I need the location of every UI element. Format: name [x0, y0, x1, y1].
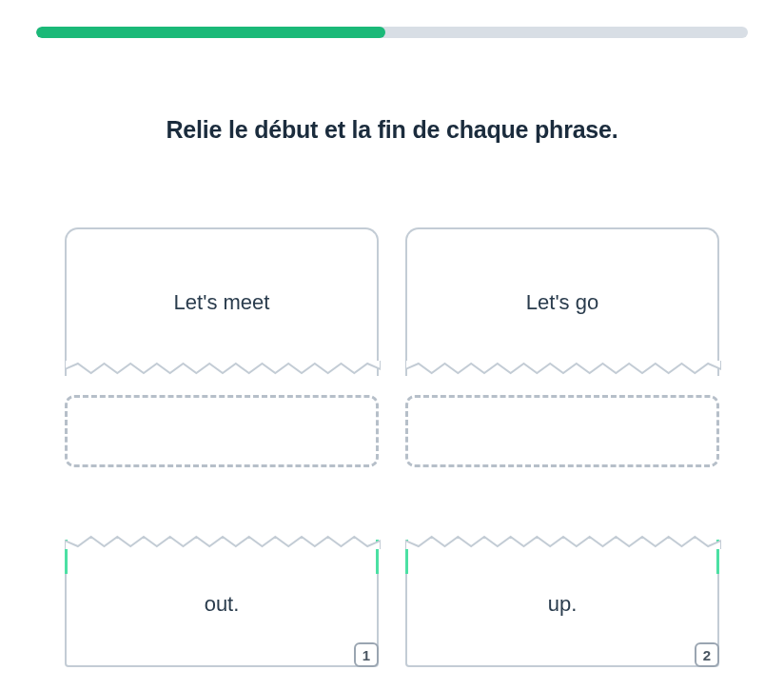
key-hint-label: 2 — [703, 647, 711, 663]
key-hint-label: 1 — [363, 647, 370, 663]
keyboard-hint: 2 — [695, 642, 719, 667]
prompt-column-2: Let's go — [405, 227, 719, 467]
prompt-card: Let's go — [405, 227, 719, 376]
progress-bar — [36, 27, 748, 38]
prompt-column-1: Let's meet — [65, 227, 379, 467]
torn-edge-icon — [405, 361, 721, 378]
prompt-text: Let's go — [526, 290, 598, 315]
progress-fill — [36, 27, 385, 38]
drop-zone[interactable] — [65, 395, 379, 467]
accent-bar — [376, 540, 379, 574]
choices-row: out. 1 up. 2 — [65, 543, 719, 667]
drop-zone[interactable] — [405, 395, 719, 467]
progress-container — [0, 0, 784, 38]
exercise-content: Relie le début et la fin de chaque phras… — [0, 116, 784, 667]
choice-card[interactable]: out. 1 — [65, 543, 379, 667]
choice-text: up. — [548, 592, 578, 617]
accent-bar — [405, 540, 408, 574]
instruction-text: Relie le début et la fin de chaque phras… — [65, 116, 719, 144]
prompts-row: Let's meet Let's go — [65, 227, 719, 467]
accent-bar — [65, 540, 68, 574]
torn-edge-icon — [65, 361, 381, 378]
keyboard-hint: 1 — [354, 642, 379, 667]
torn-edge-icon — [65, 532, 381, 549]
accent-bar — [716, 540, 719, 574]
torn-edge-icon — [405, 532, 721, 549]
choice-card[interactable]: up. 2 — [405, 543, 719, 667]
prompt-card: Let's meet — [65, 227, 379, 376]
choice-text: out. — [205, 592, 240, 617]
prompt-text: Let's meet — [174, 290, 270, 315]
